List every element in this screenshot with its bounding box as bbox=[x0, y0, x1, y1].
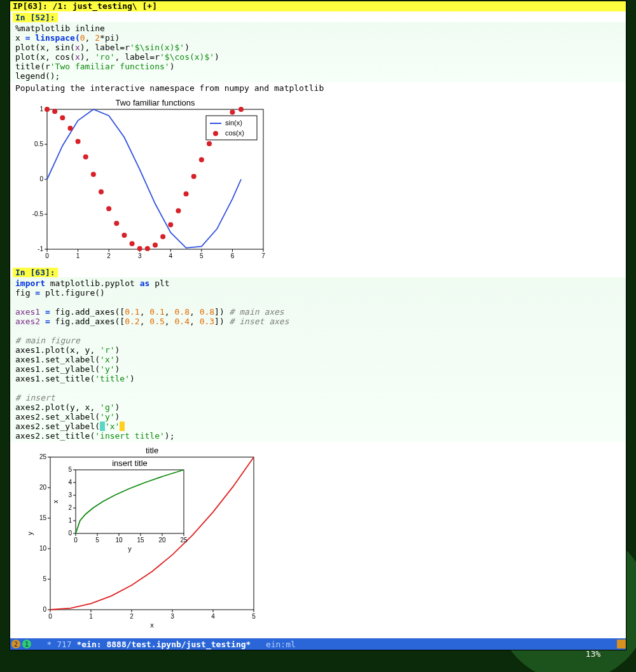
code-line[interactable]: title(r'Two familiar functions') bbox=[15, 62, 174, 71]
svg-text:0: 0 bbox=[45, 252, 49, 259]
code-line[interactable]: axes2.plot(y, x, 'g') bbox=[15, 402, 120, 412]
svg-text:0: 0 bbox=[43, 606, 46, 613]
svg-text:20: 20 bbox=[39, 484, 47, 491]
svg-point-28 bbox=[45, 107, 50, 112]
code-line[interactable]: # insert bbox=[15, 393, 55, 402]
svg-point-49 bbox=[207, 141, 212, 146]
code-line[interactable]: axes1.set_xlabel('x') bbox=[15, 355, 120, 364]
svg-text:5: 5 bbox=[68, 466, 72, 473]
code-line[interactable]: axes2.set_title('insert title'); bbox=[15, 431, 174, 441]
svg-text:7: 7 bbox=[261, 252, 265, 259]
svg-point-34 bbox=[91, 172, 96, 177]
svg-text:cos(x): cos(x) bbox=[225, 129, 244, 137]
svg-text:3: 3 bbox=[170, 613, 174, 620]
cell-52[interactable]: In [52]: %matplotlib inline x = linspace… bbox=[10, 11, 626, 266]
status-percent: 13% bbox=[586, 649, 600, 659]
svg-text:0: 0 bbox=[68, 530, 72, 537]
svg-text:Two familiar functions: Two familiar functions bbox=[116, 98, 195, 107]
svg-text:20: 20 bbox=[158, 537, 166, 544]
svg-text:2: 2 bbox=[107, 252, 111, 259]
svg-text:5: 5 bbox=[95, 537, 99, 544]
svg-point-31 bbox=[67, 126, 73, 131]
prompt-63: In [63]: bbox=[13, 268, 58, 277]
svg-text:6: 6 bbox=[231, 252, 235, 259]
svg-point-33 bbox=[83, 154, 88, 160]
code-63[interactable]: import matplotlib.pyplot as plt fig = pl… bbox=[10, 277, 626, 442]
code-line[interactable]: import matplotlib.pyplot as plt bbox=[15, 278, 170, 288]
status-sep: * bbox=[32, 640, 57, 649]
svg-point-39 bbox=[130, 241, 135, 246]
code-line[interactable]: axes1.plot(x, y, 'r') bbox=[15, 345, 120, 355]
svg-text:2: 2 bbox=[68, 504, 72, 511]
svg-text:-0.5: -0.5 bbox=[32, 210, 44, 217]
code-line[interactable]: fig = plt.figure() bbox=[15, 288, 105, 298]
status-right: 34:20 13% bbox=[556, 621, 613, 668]
svg-text:15: 15 bbox=[137, 537, 144, 544]
svg-point-40 bbox=[137, 246, 142, 251]
svg-point-35 bbox=[99, 189, 104, 195]
code-52[interactable]: %matplotlib inline x = linspace(0, 2*pi)… bbox=[10, 22, 626, 82]
svg-point-52 bbox=[230, 109, 235, 114]
code-line[interactable]: x = linspace(0, 2*pi) bbox=[15, 33, 120, 43]
code-line[interactable]: # main figure bbox=[15, 336, 80, 345]
chart-2: 0123450510152025titlexy0510152025012345i… bbox=[10, 442, 626, 633]
svg-point-38 bbox=[121, 233, 127, 238]
cell-63[interactable]: In [63]: import matplotlib.pyplot as plt… bbox=[10, 266, 626, 633]
svg-text:5: 5 bbox=[43, 575, 46, 582]
svg-text:0: 0 bbox=[39, 175, 43, 182]
svg-text:4: 4 bbox=[211, 613, 215, 620]
editor-frame: IP[63]: /1: just_testing\ [+] In [52]: %… bbox=[10, 1, 626, 650]
svg-text:4: 4 bbox=[169, 252, 173, 259]
code-line[interactable]: axes1 = fig.add_axes([0.1, 0.1, 0.8, 0.8… bbox=[15, 307, 284, 317]
prompt-52: In [52]: bbox=[13, 13, 58, 22]
svg-text:4: 4 bbox=[68, 479, 72, 486]
svg-point-43 bbox=[160, 234, 165, 239]
svg-text:1: 1 bbox=[76, 252, 80, 259]
chart-1: 01234567-1-0.500.51Two familiar function… bbox=[10, 94, 626, 266]
svg-text:title: title bbox=[146, 446, 158, 455]
svg-text:y: y bbox=[128, 545, 132, 552]
svg-point-37 bbox=[114, 221, 119, 226]
svg-point-29 bbox=[52, 109, 57, 114]
code-line[interactable]: plot(x, cos(x), 'ro', label=r'$\cos(x)$'… bbox=[15, 52, 219, 62]
svg-text:5: 5 bbox=[252, 613, 256, 620]
status-mode: ein:ml bbox=[266, 640, 296, 649]
code-line[interactable]: axes1.set_title('title') bbox=[15, 374, 135, 383]
svg-text:y: y bbox=[26, 531, 34, 535]
svg-text:insert title: insert title bbox=[112, 458, 148, 468]
code-line[interactable]: plot(x, sin(x), label=r'$\sin(x)$') bbox=[15, 43, 190, 52]
status-linecount: 717 bbox=[57, 640, 71, 649]
status-bar: 2 1 * 717 *ein: 8888/test.ipynb/just_tes… bbox=[10, 638, 626, 650]
output-text-52: Populating the interactive namespace fro… bbox=[10, 82, 626, 94]
svg-text:0: 0 bbox=[74, 537, 78, 544]
code-line[interactable]: axes2.set_ylabel( 'x' bbox=[15, 422, 125, 431]
paren-match bbox=[120, 422, 125, 431]
code-line[interactable]: %matplotlib inline bbox=[15, 24, 105, 33]
svg-rect-87 bbox=[75, 469, 184, 534]
svg-point-30 bbox=[60, 115, 65, 120]
code-line[interactable]: legend(); bbox=[15, 71, 60, 81]
code-line[interactable]: axes2.set_xlabel('y') bbox=[15, 412, 120, 422]
svg-point-47 bbox=[191, 174, 197, 179]
svg-text:10: 10 bbox=[115, 537, 123, 544]
svg-point-32 bbox=[76, 139, 81, 144]
code-line[interactable]: axes2 = fig.add_axes([0.2, 0.5, 0.4, 0.3… bbox=[15, 317, 289, 326]
status-cursor: 34:20 bbox=[586, 630, 611, 640]
svg-text:3: 3 bbox=[68, 491, 72, 498]
svg-point-44 bbox=[168, 223, 173, 228]
svg-text:10: 10 bbox=[39, 545, 47, 552]
status-end-block bbox=[617, 640, 626, 648]
svg-text:0: 0 bbox=[48, 613, 52, 620]
svg-text:25: 25 bbox=[180, 537, 188, 544]
frame-header: IP[63]: /1: just_testing\ [+] bbox=[10, 1, 626, 11]
svg-text:sin(x): sin(x) bbox=[225, 119, 242, 127]
cursor-highlight bbox=[100, 422, 105, 431]
svg-point-36 bbox=[106, 206, 111, 211]
svg-text:x: x bbox=[150, 621, 154, 629]
svg-point-48 bbox=[199, 157, 204, 162]
code-line[interactable]: axes1.set_ylabel('y') bbox=[15, 364, 120, 374]
svg-text:x: x bbox=[52, 500, 59, 504]
svg-point-42 bbox=[153, 242, 158, 247]
svg-text:2: 2 bbox=[130, 613, 134, 620]
svg-text:5: 5 bbox=[200, 252, 204, 259]
